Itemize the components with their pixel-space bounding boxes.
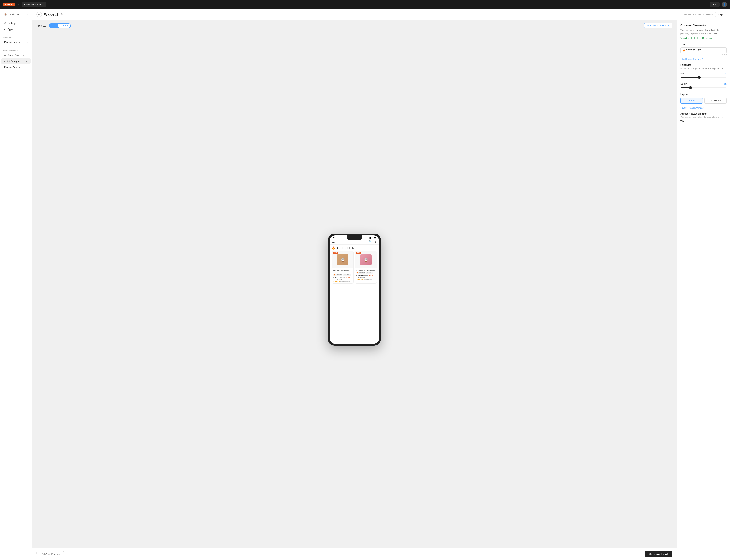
product-img-wrap-1: BEST ⌚ — [332, 251, 353, 268]
topbar-right: Help 👤 — [710, 2, 727, 7]
save-install-button[interactable]: Save and Install — [645, 551, 672, 557]
layout-detail-settings-link[interactable]: Layout Detail Settings ^ — [680, 107, 727, 109]
stars-2: ★★★★★ — [356, 279, 363, 280]
reset-button[interactable]: ↺ Reset all to Default — [644, 23, 672, 28]
sidebar-item-ai-review[interactable]: AI Review Analyzer — [1, 52, 31, 58]
product-reviews-chevron: › — [27, 41, 28, 43]
title-design-settings-link[interactable]: Title Design Settings ^ — [680, 58, 727, 60]
phone-frame: 9:41 ▌▌▌ ▲ ▮▮ ☰ — [328, 234, 381, 346]
sold-badge-1: 🔥 160K sold — [333, 274, 342, 276]
products-grid: BEST ⌚ Step Basic 243 Macaron Grey 🔥 160… — [332, 251, 377, 284]
preview-toolbar: Preview PC Mobile ↺ Reset all to Default — [32, 20, 677, 31]
list-layout-button[interactable]: ⊞ List — [680, 98, 703, 104]
header-help-button[interactable]: Help — [715, 12, 725, 17]
web-slider-label: Web — [680, 72, 685, 75]
page-title: Widget 1 — [44, 13, 58, 17]
price-main-1: $100.00 — [333, 276, 339, 278]
preview-label: Preview — [36, 24, 46, 27]
pc-toggle[interactable]: PC — [49, 24, 58, 28]
alpha-logo: ALPHA+ — [3, 3, 15, 6]
product-stats-1: 🔥 160K sold 👁 1,000K+ — [333, 274, 352, 276]
your-apps-section-label: Your Apps — [0, 35, 32, 39]
home-icon: 🏠 — [4, 13, 7, 16]
bottom-bar: + Add/Edit Products Save and Install — [32, 548, 677, 560]
settings-label: Settings — [8, 22, 16, 25]
store-selector[interactable]: Rustic Town Store › — [22, 2, 46, 7]
avatar-icon: 👤 — [723, 3, 726, 6]
mobile-slider-value: 16 — [724, 83, 727, 85]
product-reviews-label: Product Reveiws — [4, 41, 21, 44]
add-edit-products-button[interactable]: + Add/Edit Products — [36, 551, 64, 557]
page-header: ← Widget 1 ✎ Updated at YY.MM.DD HH:MM H… — [32, 9, 730, 20]
edit-icon[interactable]: ✎ — [61, 13, 63, 16]
price-main-2: $100.00 — [356, 274, 363, 276]
title-field-label: Title — [680, 43, 727, 46]
product-info-2: Sweet Dia 190 Angel Blood 🔥 1.3K sold 👁 … — [355, 268, 377, 281]
web-slider-row: Web 24 — [680, 72, 727, 75]
list-icon: ⊞ — [689, 99, 690, 102]
best-badge-2: BEST — [356, 252, 361, 254]
mobile-toggle[interactable]: Mobile — [58, 24, 70, 28]
font-size-label: Font Size — [680, 63, 727, 66]
sidebar-item-product-reviews[interactable]: Product Reveiws › — [1, 39, 31, 45]
adjust-rows-cols-title: Adjust Rows/Columns — [680, 112, 727, 115]
product-price-row-1: $100.00 $100.00 20 left — [333, 276, 352, 278]
battery-icon: ▮▮ — [374, 237, 376, 239]
sidebar-item-apps[interactable]: ⊞ Apps — [1, 26, 31, 32]
layout-buttons: ⊞ List ⊟ Carousel — [680, 98, 727, 104]
phone-container: 9:41 ▌▌▌ ▲ ▮▮ ☰ — [32, 31, 677, 548]
phone-screen: 9:41 ▌▌▌ ▲ ▮▮ ☰ — [329, 235, 379, 344]
back-button[interactable]: ← — [36, 12, 42, 17]
ai-review-label: AI Review Analyzer — [4, 54, 24, 56]
section-name: BEST SELLER — [336, 246, 354, 250]
right-panel: Choose Elements You can choose elements … — [677, 20, 730, 560]
list-label: List — [691, 100, 694, 102]
sidebar-item-list-designer[interactable]: › List Designer ⌄ — [1, 58, 31, 64]
preview-panel: Preview PC Mobile ↺ Reset all to Default — [32, 20, 677, 560]
price-orig-1: $100.00 — [340, 276, 345, 278]
template-link[interactable]: Using the BEST SELLER template — [680, 37, 727, 39]
user-badge-1: ✦ J rated 5 stars — [333, 279, 352, 280]
layout-detail-chevron: ^ — [703, 107, 705, 109]
web-slider-wrap: Web 24 — [680, 72, 727, 80]
hamburger-icon: ☰ — [332, 240, 335, 243]
cart-icon: 🛍 — [374, 240, 377, 243]
carousel-icon: ⊟ — [710, 99, 712, 102]
web-slider-value: 24 — [724, 72, 727, 75]
badge-icon-1: ✦ — [333, 279, 334, 280]
sidebar-item-product-review[interactable]: Product Reveiw — [1, 64, 31, 70]
mobile-font-size-slider[interactable] — [680, 86, 727, 89]
user-badge-2: ✦ J just bought — [356, 276, 376, 278]
store-name: Rustic Town Store — [24, 3, 42, 6]
topbar-help-button[interactable]: Help — [710, 2, 720, 7]
sidebar-item-settings[interactable]: ⚙ Settings — [1, 20, 31, 26]
section-emoji: 🔥 — [332, 246, 335, 250]
views-badge-2: 👁 200K+ — [366, 272, 373, 274]
search-icon: 🔍 — [369, 240, 372, 243]
updated-at: Updated at YY.MM.DD HH:MM — [684, 13, 713, 16]
web-font-size-slider[interactable] — [680, 76, 727, 79]
price-left-2: 40 left — [369, 275, 373, 276]
nav-icons: 🔍 🛍 — [369, 240, 377, 243]
carousel-layout-button[interactable]: ⊟ Carousel — [704, 98, 727, 104]
header-right: Updated at YY.MM.DD HH:MM Help — [684, 12, 725, 17]
main-layout: 🏠 Rustic Tow... › ⚙ Settings ⊞ Apps Your… — [0, 9, 730, 560]
mobile-slider-wrap: Mobile 16 — [680, 83, 727, 90]
title-input[interactable] — [680, 47, 727, 53]
sidebar-home[interactable]: 🏠 Rustic Tow... › — [1, 11, 31, 17]
web-rows-label: Web — [680, 120, 727, 123]
product-img-1: ⌚ — [337, 254, 348, 265]
product-review-label: Product Reveiw — [4, 66, 20, 69]
sold-badge-2: 🔥 1.3K sold — [356, 272, 365, 274]
home-chevron: › — [27, 13, 28, 15]
price-left-1: 20 left — [346, 276, 349, 278]
recommendation-section-label: Recommendation — [0, 48, 32, 52]
stars-row-1: ★★★★★ (900+ Reveiws) — [333, 280, 352, 282]
product-img-wrap-2: BEST ⌚ — [355, 251, 377, 268]
font-size-hint: Recommend 14pt font for mobile, 16pt for… — [680, 67, 727, 70]
layout-section-title: Layout — [680, 93, 727, 96]
apps-label: Apps — [8, 28, 13, 31]
avatar[interactable]: 👤 — [722, 2, 727, 7]
best-badge-1: BEST — [333, 252, 338, 254]
review-count-2: (500+ Reveiws) — [364, 279, 373, 280]
